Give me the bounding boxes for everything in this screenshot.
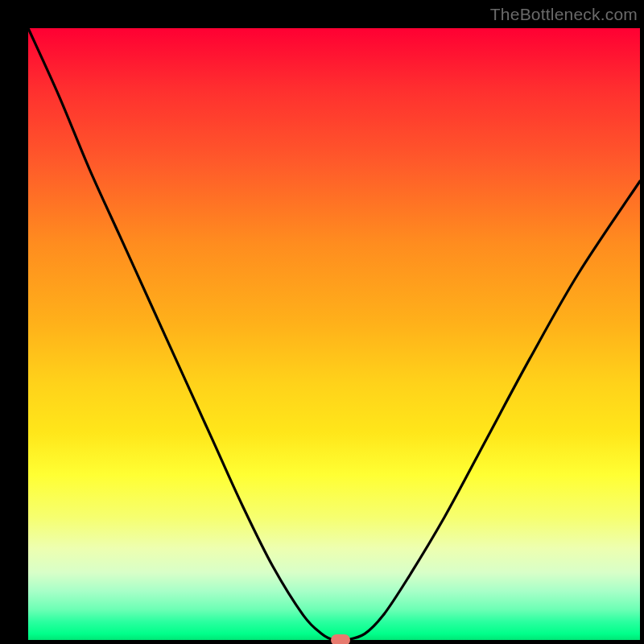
bottleneck-curve: [28, 28, 640, 640]
watermark-text: TheBottleneck.com: [490, 5, 638, 24]
chart-frame: TheBottleneck.com: [0, 0, 644, 644]
plot-area: [28, 28, 640, 640]
optimal-marker: [331, 634, 350, 644]
